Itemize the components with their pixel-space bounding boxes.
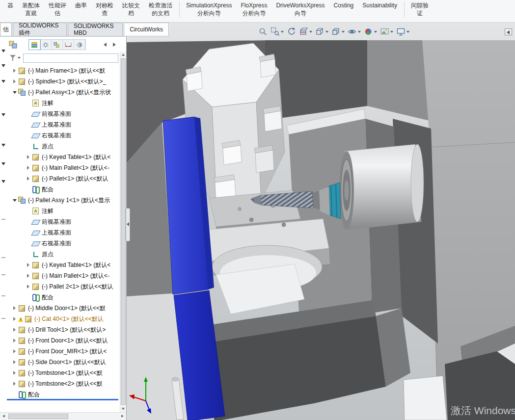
- tab-circuitworks[interactable]: CircuitWorks: [124, 23, 169, 36]
- symmetry-check[interactable]: 对称检 查: [91, 1, 118, 17]
- scroll-right-button[interactable]: [119, 413, 126, 420]
- tree-item[interactable]: (-) Middle Door<1> (默认<<默: [0, 303, 120, 314]
- expand-arrow-icon[interactable]: [11, 359, 18, 366]
- expand-arrow-icon[interactable]: [11, 391, 18, 398]
- tree-item[interactable]: 右视基准面: [0, 238, 120, 249]
- expand-arrow-icon[interactable]: [11, 326, 18, 333]
- tree-item[interactable]: (-) Tombstone<1> (默认<<默: [0, 368, 120, 378]
- driveworksxpress-wizard[interactable]: DriveWorksXpress 向导: [271, 1, 329, 17]
- expand-arrow-icon[interactable]: [11, 348, 18, 355]
- expand-arrow-icon[interactable]: [25, 208, 32, 214]
- tree-item[interactable]: (-) Cat 40<1> (默认<<默认: [0, 314, 120, 324]
- sustainability[interactable]: Sustainability: [358, 1, 402, 17]
- expand-arrow-icon[interactable]: [11, 315, 18, 322]
- tree-item[interactable]: (-) Side Door<1> (默认<<默认: [0, 357, 120, 368]
- sensors-partial[interactable]: 器: [3, 1, 18, 17]
- expand-arrow-icon[interactable]: [25, 100, 32, 106]
- expand-arrow-icon[interactable]: [11, 67, 18, 74]
- performance-evaluation[interactable]: 性能评 估: [44, 1, 71, 17]
- vertical-scroll-thumb[interactable]: [121, 58, 126, 405]
- view-settings-button[interactable]: [395, 26, 410, 37]
- tree-item[interactable]: 配合: [0, 389, 120, 400]
- rollback-bar[interactable]: [7, 399, 118, 400]
- expand-arrow-icon[interactable]: [25, 186, 32, 193]
- tree-item[interactable]: 原点: [0, 249, 120, 260]
- curvature[interactable]: 曲率: [71, 1, 91, 17]
- tree-item[interactable]: 注解: [0, 206, 120, 216]
- expand-arrow-icon[interactable]: [25, 143, 32, 150]
- tree-item[interactable]: (-) Front Door<1> (默认<<默认: [0, 335, 120, 346]
- tree-item[interactable]: 注解: [0, 98, 120, 108]
- machine-3d-model[interactable]: 激活 Windows: [127, 36, 515, 420]
- tab-solidworks-mbd[interactable]: SOLIDWORKS MBD: [68, 23, 123, 36]
- expand-arrow-icon[interactable]: [11, 89, 18, 96]
- expand-arrow-icon[interactable]: [25, 262, 32, 268]
- tree-item[interactable]: (-) Pallet 2<1> (默认<<默认: [0, 281, 120, 292]
- featuremanager-filter-input[interactable]: [23, 53, 118, 63]
- display-style-button[interactable]: [330, 26, 346, 37]
- edit-appearance-button[interactable]: [363, 26, 378, 37]
- panel-splitter[interactable]: [126, 208, 130, 241]
- floxpress-wizard[interactable]: FloXpress 分析向导: [236, 1, 271, 17]
- expand-arrow-icon[interactable]: [11, 78, 18, 85]
- assembly-visualization[interactable]: 装配体 直观: [18, 1, 44, 17]
- expand-arrow-icon[interactable]: [11, 305, 18, 312]
- expand-arrow-icon[interactable]: [25, 164, 32, 171]
- propertymanager-tab[interactable]: [40, 40, 52, 50]
- tree-item[interactable]: (-) Tombstone<2> (默认<<默: [0, 378, 120, 389]
- tree-item[interactable]: 原点: [0, 141, 120, 152]
- tree-item[interactable]: 上视基准面: [0, 119, 120, 130]
- scroll-down-button[interactable]: [120, 406, 126, 412]
- expand-arrow-icon[interactable]: [25, 283, 32, 290]
- filter-funnel-icon[interactable]: [10, 54, 17, 61]
- view-orientation-button[interactable]: [314, 26, 329, 37]
- simulationxpress-wizard[interactable]: SimulationXpress 分析向导: [179, 1, 236, 17]
- tree-item[interactable]: (-) Keyed Table<1> (默认<: [0, 152, 120, 162]
- expand-arrow-icon[interactable]: [25, 272, 32, 279]
- expand-arrow-icon[interactable]: [25, 175, 32, 182]
- scroll-left-button[interactable]: [0, 413, 7, 420]
- zoom-area-button[interactable]: [270, 26, 285, 37]
- tab-evaluate-partial[interactable]: 估: [0, 23, 12, 36]
- taskpane-collapse-icon[interactable]: [505, 28, 512, 35]
- tab-solidworks-addins[interactable]: SOLIDWORKS 插件: [13, 23, 67, 36]
- featuremanager-design-tree-tab[interactable]: [29, 40, 40, 50]
- expand-arrow-icon[interactable]: [25, 251, 32, 258]
- fm-tabs-scroll-left-button[interactable]: [103, 41, 108, 48]
- tree-item[interactable]: (-) Pallet Assy<1> (默认<显示状: [0, 87, 120, 98]
- tree-item[interactable]: (-) Main Frame<1> (默认<<默: [0, 65, 120, 76]
- tree-item[interactable]: (-) Drill Tool<1> (默认<<默认>: [0, 324, 120, 335]
- zoom-to-fit-button[interactable]: [257, 26, 269, 37]
- tree-item[interactable]: 配合: [0, 292, 120, 303]
- tree-item[interactable]: (-) Pallet Assy 1<1> (默认<显示: [0, 195, 120, 206]
- hide-show-items-button[interactable]: [347, 26, 362, 37]
- tree-item[interactable]: 上视基准面: [0, 227, 120, 238]
- tree-item[interactable]: (-) Front Door_MIR<1> (默认<: [0, 346, 120, 357]
- tree-item[interactable]: (-) Main Pallet<1> (默认<-: [0, 162, 120, 173]
- tree-item[interactable]: (-) Main Pallet<1> (默认<-: [0, 270, 120, 281]
- tree-item[interactable]: 配合: [0, 184, 120, 195]
- tree-item[interactable]: (-) Keyed Table<1> (默认<: [0, 260, 120, 270]
- expand-arrow-icon[interactable]: [11, 337, 18, 344]
- tree-item[interactable]: 前视基准面: [0, 216, 120, 227]
- costing[interactable]: Costing: [329, 1, 358, 17]
- previous-view-button[interactable]: [286, 26, 297, 37]
- scroll-up-button[interactable]: [120, 52, 126, 58]
- tree-item[interactable]: 右视基准面: [0, 130, 120, 141]
- tree-item[interactable]: (-) Pallet<1> (默认<<默认: [0, 173, 120, 184]
- compare-documents[interactable]: 比较文 档: [118, 1, 144, 17]
- dimxpertmanager-tab[interactable]: [63, 40, 74, 50]
- section-view-button[interactable]: [298, 26, 313, 37]
- expand-arrow-icon[interactable]: [11, 369, 18, 376]
- expand-arrow-icon[interactable]: [11, 197, 18, 204]
- check-active-document[interactable]: 检查激活 的文档: [144, 1, 177, 17]
- tree-item[interactable]: (-) Spindle<1> (默认<<默认>_: [0, 76, 120, 87]
- tree-horizontal-scrollbar[interactable]: [0, 412, 126, 420]
- machine-base[interactable]: [210, 300, 410, 420]
- displaymanager-tab[interactable]: [74, 40, 85, 50]
- expand-arrow-icon[interactable]: [11, 380, 18, 387]
- expand-arrow-icon[interactable]: [25, 154, 32, 160]
- clearance-verification[interactable]: 间隙验 证: [404, 1, 433, 17]
- horizontal-scroll-thumb[interactable]: [8, 414, 68, 419]
- fm-tabs-scroll-right-button[interactable]: [111, 41, 117, 48]
